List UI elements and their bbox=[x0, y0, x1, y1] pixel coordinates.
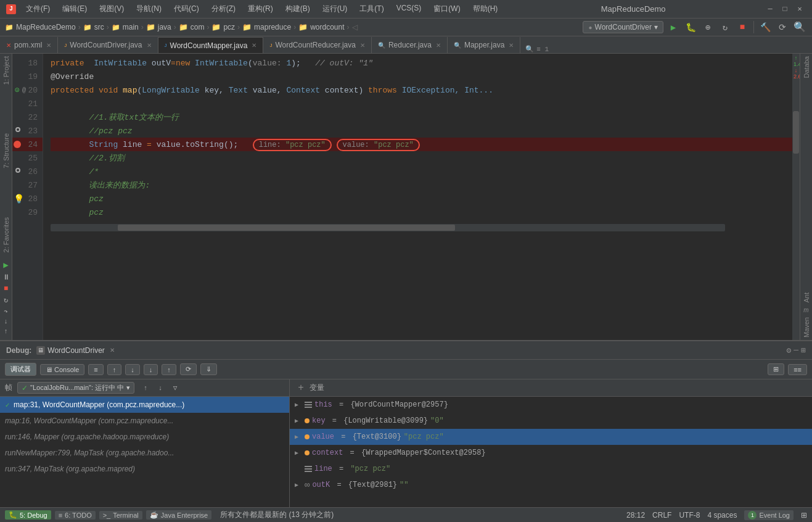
sidebar-icon-stepout[interactable]: ↑ bbox=[4, 328, 8, 335]
debug-tab-driver[interactable]: 🖥 WordCountDriver ✕ bbox=[36, 346, 114, 355]
sidebar-icon-stepinto[interactable]: ↓ bbox=[4, 318, 8, 325]
tab-search-icon[interactable]: 🔍 bbox=[525, 45, 534, 53]
tab-wordcountmapper[interactable]: J WordCountMapper.java ✕ bbox=[158, 37, 264, 53]
profile-button[interactable]: ↻ bbox=[718, 20, 732, 35]
tab-pom-xml[interactable]: ✕ pom.xml ✕ bbox=[0, 37, 58, 53]
menu-help[interactable]: 帮助(H) bbox=[468, 2, 503, 15]
menu-code[interactable]: 代码(C) bbox=[169, 2, 204, 15]
breadcrumb-com[interactable]: com bbox=[191, 23, 205, 31]
tab-close-reducer[interactable]: ✕ bbox=[360, 42, 365, 49]
step-up-btn[interactable]: ↑ bbox=[107, 364, 122, 375]
code-editor[interactable]: 18 19 ⊙ @ 20 21 22 23 24 bbox=[12, 54, 800, 340]
maximize-button[interactable]: □ bbox=[779, 3, 791, 15]
frame-item-1[interactable]: map:16, WordCountMapper (com.pcz.mapredu… bbox=[0, 413, 289, 429]
var-expand-this[interactable] bbox=[295, 401, 302, 408]
var-expand-key[interactable] bbox=[295, 417, 302, 425]
tab-close-pom[interactable]: ✕ bbox=[46, 42, 51, 49]
run-button[interactable]: ▶ bbox=[666, 20, 681, 35]
menu-run[interactable]: 运行(U) bbox=[318, 2, 353, 15]
frame-down-btn[interactable]: ↓ bbox=[154, 382, 166, 394]
menu-vcs[interactable]: VCS(S) bbox=[392, 2, 427, 15]
debugger-tab-btn[interactable]: 调试器 bbox=[5, 363, 36, 376]
step-into-btn[interactable]: ↑ bbox=[162, 364, 176, 375]
var-item-this[interactable]: this = {WordCountMapper@2957} bbox=[290, 397, 812, 413]
tab-close-mapper-java[interactable]: ✕ bbox=[509, 42, 514, 49]
sync-button[interactable]: ⟳ bbox=[775, 20, 790, 35]
status-crlf[interactable]: CRLF bbox=[652, 511, 671, 520]
var-expand-context[interactable] bbox=[295, 449, 302, 457]
status-terminal-btn[interactable]: >_ Terminal bbox=[99, 511, 142, 520]
frame-item-2[interactable]: run:146, Mapper (org.apache.hadoop.mapre… bbox=[0, 429, 289, 445]
var-item-line[interactable]: line = "pcz pcz" bbox=[290, 461, 812, 477]
menu-analyze[interactable]: 分析(Z) bbox=[207, 2, 240, 15]
menu-edit[interactable]: 编辑(E) bbox=[57, 2, 92, 15]
sidebar-icon-resume[interactable]: ▶ bbox=[3, 260, 8, 270]
debug-tab-close[interactable]: ✕ bbox=[110, 347, 115, 354]
menu-navigate[interactable]: 导航(N) bbox=[131, 2, 166, 15]
tab-close-mapper[interactable]: ✕ bbox=[252, 42, 256, 49]
var-expand-value[interactable] bbox=[295, 433, 302, 441]
tab-reducer-java[interactable]: 🔍 Reducer.java ✕ bbox=[372, 37, 448, 53]
evaluate-btn[interactable]: ⟳ bbox=[180, 363, 197, 375]
sidebar-icon-stepover[interactable]: ↷ bbox=[4, 307, 8, 315]
tab-close-reducer-java[interactable]: ✕ bbox=[436, 42, 441, 49]
stop-button[interactable]: ■ bbox=[735, 20, 750, 35]
sidebar-structure-label[interactable]: 7: Structure bbox=[2, 131, 10, 171]
watch-layout-btn[interactable]: ≡≡ bbox=[788, 364, 807, 375]
debug-layout-icon[interactable]: ⊞ bbox=[801, 346, 806, 355]
debug-settings-icon[interactable]: ⚙ bbox=[787, 346, 792, 355]
status-debug-btn[interactable]: 🐛 5: Debug bbox=[5, 510, 51, 520]
event-log-btn[interactable]: 1 Event Log bbox=[744, 510, 794, 520]
coverage-button[interactable]: ⊕ bbox=[700, 20, 715, 35]
frame-up-btn[interactable]: ↑ bbox=[139, 382, 152, 394]
status-encoding[interactable]: UTF-8 bbox=[679, 511, 700, 520]
frame-item-3[interactable]: runNewMapper:799, MapTask (org.apache.ha… bbox=[0, 445, 289, 461]
debug-minimize-icon[interactable]: — bbox=[794, 346, 798, 355]
code-content[interactable]: private IntWritable outV = new IntWritab… bbox=[43, 54, 800, 340]
var-expand-outk[interactable] bbox=[295, 481, 302, 489]
breadcrumb-main[interactable]: main bbox=[123, 23, 139, 31]
frame-item-4[interactable]: run:347, MapTask (org.apache.mapred) bbox=[0, 461, 289, 477]
sidebar-icon-pause[interactable]: ⏸ bbox=[2, 273, 10, 282]
step-down-btn[interactable]: ↓ bbox=[125, 364, 140, 375]
menu-refactor[interactable]: 重构(R) bbox=[243, 2, 278, 15]
layout-btn[interactable]: ≡ bbox=[88, 364, 103, 375]
tab-wordcountreducer[interactable]: J WordCountReducer.java ✕ bbox=[263, 37, 372, 53]
build-button[interactable]: 🔨 bbox=[758, 20, 773, 35]
tab-close-driver[interactable]: ✕ bbox=[147, 42, 152, 49]
debug-run-button[interactable]: 🐛 bbox=[683, 20, 698, 35]
frame-item-0[interactable]: ✓ map:31, WordCountMapper (com.pcz.mapre… bbox=[0, 397, 289, 413]
menu-build[interactable]: 构建(B) bbox=[281, 2, 315, 15]
breadcrumb-pcz[interactable]: pcz bbox=[223, 23, 235, 31]
breadcrumb-mapreduce[interactable]: mapreduce bbox=[254, 23, 291, 31]
var-item-outk[interactable]: ∞ outK = {Text@2981} "" bbox=[290, 477, 812, 493]
menu-tools[interactable]: 工具(T) bbox=[355, 2, 388, 15]
status-java-btn[interactable]: ☕ Java Enterprise bbox=[146, 510, 211, 520]
tab-wordcountdriver[interactable]: J WordCountDriver.java ✕ bbox=[58, 37, 158, 53]
run-config-selector[interactable]: ● WordCountDriver ▾ bbox=[583, 21, 663, 33]
close-button[interactable]: ✕ bbox=[794, 3, 806, 15]
frame-filter-btn[interactable]: ▽ bbox=[169, 382, 181, 394]
menu-view[interactable]: 视图(V) bbox=[94, 2, 129, 15]
variables-add-btn[interactable]: + bbox=[295, 382, 307, 394]
status-indent[interactable]: 4 spaces bbox=[707, 511, 737, 520]
status-sync-icon[interactable]: ⊞ bbox=[801, 511, 807, 520]
filter-btn[interactable]: ⇓ bbox=[200, 363, 217, 375]
var-item-key[interactable]: key = {LongWritable@3099} "0" bbox=[290, 413, 812, 429]
menu-file[interactable]: 文件(F) bbox=[21, 2, 55, 15]
search-button[interactable]: 🔍 bbox=[792, 20, 807, 35]
sidebar-favorites-label[interactable]: 2: Favorites bbox=[2, 215, 10, 255]
sidebar-database-label[interactable]: Databa bbox=[803, 54, 810, 80]
console-tab-btn[interactable]: 🖥 Console bbox=[40, 364, 84, 375]
watch-add-btn[interactable]: ⊞ bbox=[768, 363, 784, 375]
breadcrumb-wordcount[interactable]: wordcount bbox=[310, 23, 344, 31]
editor-scrollbar[interactable]: ↑ 1.4K ↓ 2.6K bbox=[792, 54, 800, 340]
step-out-btn[interactable]: ↓ bbox=[144, 364, 158, 375]
thread-selector[interactable]: ✓ "LocalJobRu...main": 运行中 中 ▾ bbox=[17, 382, 134, 394]
var-item-value[interactable]: value = {Text@3100} "pcz pcz" bbox=[290, 429, 812, 445]
tab-mapper-java[interactable]: 🔍 Mapper.java ✕ bbox=[448, 37, 520, 53]
sidebar-icon-stop[interactable]: ■ bbox=[4, 284, 8, 293]
breadcrumb-src[interactable]: src bbox=[94, 23, 104, 31]
menu-window[interactable]: 窗口(W) bbox=[429, 2, 465, 15]
sidebar-icon-rerun[interactable]: ↻ bbox=[4, 296, 8, 305]
